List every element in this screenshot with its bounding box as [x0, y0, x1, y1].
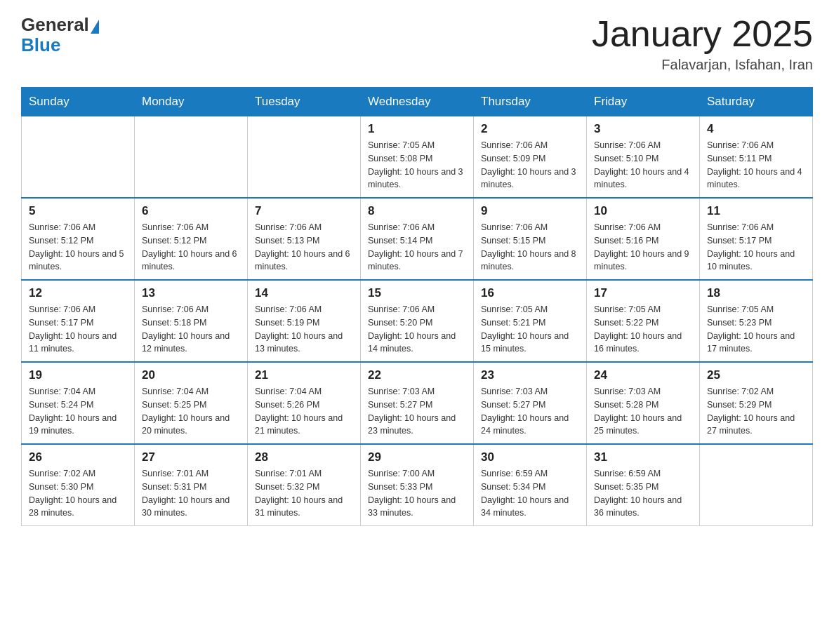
day-number: 23: [481, 368, 579, 382]
calendar-cell: 31Sunrise: 6:59 AMSunset: 5:35 PMDayligh…: [587, 444, 700, 526]
location-text: Falavarjan, Isfahan, Iran: [592, 57, 813, 73]
day-number: 14: [255, 286, 353, 300]
day-number: 25: [707, 368, 805, 382]
logo-general-text: General: [21, 14, 89, 36]
day-info: Sunrise: 7:03 AMSunset: 5:28 PMDaylight:…: [594, 385, 692, 438]
calendar-cell: 28Sunrise: 7:01 AMSunset: 5:32 PMDayligh…: [248, 444, 361, 526]
day-number: 5: [29, 204, 127, 218]
title-block: January 2025 Falavarjan, Isfahan, Iran: [592, 14, 813, 73]
day-number: 26: [29, 450, 127, 464]
day-info: Sunrise: 7:05 AMSunset: 5:08 PMDaylight:…: [368, 139, 466, 192]
calendar-cell: 29Sunrise: 7:00 AMSunset: 5:33 PMDayligh…: [361, 444, 474, 526]
calendar-cell: 30Sunrise: 6:59 AMSunset: 5:34 PMDayligh…: [474, 444, 587, 526]
day-info: Sunrise: 7:06 AMSunset: 5:16 PMDaylight:…: [594, 221, 692, 274]
calendar-week-row: 19Sunrise: 7:04 AMSunset: 5:24 PMDayligh…: [22, 362, 813, 444]
calendar-cell: 24Sunrise: 7:03 AMSunset: 5:28 PMDayligh…: [587, 362, 700, 444]
day-number: 15: [368, 286, 466, 300]
day-info: Sunrise: 6:59 AMSunset: 5:34 PMDaylight:…: [481, 467, 579, 520]
day-number: 16: [481, 286, 579, 300]
calendar-week-row: 26Sunrise: 7:02 AMSunset: 5:30 PMDayligh…: [22, 444, 813, 526]
calendar-cell: 11Sunrise: 7:06 AMSunset: 5:17 PMDayligh…: [700, 198, 813, 280]
logo-blue-text: Blue: [21, 36, 60, 54]
month-title: January 2025: [592, 14, 813, 54]
logo-triangle-icon: [91, 20, 99, 34]
day-info: Sunrise: 7:06 AMSunset: 5:20 PMDaylight:…: [368, 303, 466, 356]
day-number: 8: [368, 204, 466, 218]
day-info: Sunrise: 7:03 AMSunset: 5:27 PMDaylight:…: [368, 385, 466, 438]
day-number: 2: [481, 122, 579, 136]
day-number: 30: [481, 450, 579, 464]
weekday-header-thursday: Thursday: [474, 88, 587, 116]
calendar-body: 1Sunrise: 7:05 AMSunset: 5:08 PMDaylight…: [22, 116, 813, 526]
calendar-cell: 1Sunrise: 7:05 AMSunset: 5:08 PMDaylight…: [361, 116, 474, 199]
day-number: 17: [594, 286, 692, 300]
page-header: General Blue January 2025 Falavarjan, Is…: [21, 14, 813, 73]
calendar-cell: [248, 116, 361, 199]
day-number: 3: [594, 122, 692, 136]
day-info: Sunrise: 7:06 AMSunset: 5:12 PMDaylight:…: [142, 221, 240, 274]
day-number: 9: [481, 204, 579, 218]
calendar-cell: 13Sunrise: 7:06 AMSunset: 5:18 PMDayligh…: [135, 280, 248, 362]
calendar-cell: 22Sunrise: 7:03 AMSunset: 5:27 PMDayligh…: [361, 362, 474, 444]
day-info: Sunrise: 7:02 AMSunset: 5:29 PMDaylight:…: [707, 385, 805, 438]
day-info: Sunrise: 7:06 AMSunset: 5:14 PMDaylight:…: [368, 221, 466, 274]
day-info: Sunrise: 7:06 AMSunset: 5:19 PMDaylight:…: [255, 303, 353, 356]
calendar-cell: 2Sunrise: 7:06 AMSunset: 5:09 PMDaylight…: [474, 116, 587, 199]
day-info: Sunrise: 7:06 AMSunset: 5:13 PMDaylight:…: [255, 221, 353, 274]
calendar-cell: 25Sunrise: 7:02 AMSunset: 5:29 PMDayligh…: [700, 362, 813, 444]
weekday-header-saturday: Saturday: [700, 88, 813, 116]
day-info: Sunrise: 7:04 AMSunset: 5:26 PMDaylight:…: [255, 385, 353, 438]
day-number: 31: [594, 450, 692, 464]
calendar-week-row: 1Sunrise: 7:05 AMSunset: 5:08 PMDaylight…: [22, 116, 813, 199]
calendar-table: SundayMondayTuesdayWednesdayThursdayFrid…: [21, 87, 813, 526]
day-info: Sunrise: 7:05 AMSunset: 5:21 PMDaylight:…: [481, 303, 579, 356]
day-info: Sunrise: 7:06 AMSunset: 5:17 PMDaylight:…: [29, 303, 127, 356]
day-number: 29: [368, 450, 466, 464]
weekday-header-wednesday: Wednesday: [361, 88, 474, 116]
calendar-cell: 12Sunrise: 7:06 AMSunset: 5:17 PMDayligh…: [22, 280, 135, 362]
day-info: Sunrise: 7:06 AMSunset: 5:11 PMDaylight:…: [707, 139, 805, 192]
calendar-cell: 3Sunrise: 7:06 AMSunset: 5:10 PMDaylight…: [587, 116, 700, 199]
day-number: 24: [594, 368, 692, 382]
calendar-cell: 5Sunrise: 7:06 AMSunset: 5:12 PMDaylight…: [22, 198, 135, 280]
day-number: 28: [255, 450, 353, 464]
calendar-cell: 20Sunrise: 7:04 AMSunset: 5:25 PMDayligh…: [135, 362, 248, 444]
day-info: Sunrise: 7:05 AMSunset: 5:23 PMDaylight:…: [707, 303, 805, 356]
calendar-cell: 8Sunrise: 7:06 AMSunset: 5:14 PMDaylight…: [361, 198, 474, 280]
calendar-week-row: 12Sunrise: 7:06 AMSunset: 5:17 PMDayligh…: [22, 280, 813, 362]
calendar-cell: 10Sunrise: 7:06 AMSunset: 5:16 PMDayligh…: [587, 198, 700, 280]
day-info: Sunrise: 7:00 AMSunset: 5:33 PMDaylight:…: [368, 467, 466, 520]
day-info: Sunrise: 7:04 AMSunset: 5:24 PMDaylight:…: [29, 385, 127, 438]
calendar-cell: 19Sunrise: 7:04 AMSunset: 5:24 PMDayligh…: [22, 362, 135, 444]
day-number: 4: [707, 122, 805, 136]
day-number: 20: [142, 368, 240, 382]
day-number: 11: [707, 204, 805, 218]
calendar-cell: 27Sunrise: 7:01 AMSunset: 5:31 PMDayligh…: [135, 444, 248, 526]
calendar-cell: 14Sunrise: 7:06 AMSunset: 5:19 PMDayligh…: [248, 280, 361, 362]
weekday-header-friday: Friday: [587, 88, 700, 116]
day-info: Sunrise: 7:06 AMSunset: 5:10 PMDaylight:…: [594, 139, 692, 192]
calendar-cell: 7Sunrise: 7:06 AMSunset: 5:13 PMDaylight…: [248, 198, 361, 280]
calendar-cell: 4Sunrise: 7:06 AMSunset: 5:11 PMDaylight…: [700, 116, 813, 199]
calendar-cell: 21Sunrise: 7:04 AMSunset: 5:26 PMDayligh…: [248, 362, 361, 444]
day-info: Sunrise: 7:06 AMSunset: 5:17 PMDaylight:…: [707, 221, 805, 274]
day-info: Sunrise: 7:02 AMSunset: 5:30 PMDaylight:…: [29, 467, 127, 520]
calendar-cell: 6Sunrise: 7:06 AMSunset: 5:12 PMDaylight…: [135, 198, 248, 280]
weekday-header-row: SundayMondayTuesdayWednesdayThursdayFrid…: [22, 88, 813, 116]
calendar-cell: [135, 116, 248, 199]
weekday-header-sunday: Sunday: [22, 88, 135, 116]
day-number: 27: [142, 450, 240, 464]
day-info: Sunrise: 7:06 AMSunset: 5:09 PMDaylight:…: [481, 139, 579, 192]
day-number: 19: [29, 368, 127, 382]
day-info: Sunrise: 7:03 AMSunset: 5:27 PMDaylight:…: [481, 385, 579, 438]
day-number: 1: [368, 122, 466, 136]
calendar-cell: 16Sunrise: 7:05 AMSunset: 5:21 PMDayligh…: [474, 280, 587, 362]
day-number: 7: [255, 204, 353, 218]
day-number: 12: [29, 286, 127, 300]
day-info: Sunrise: 6:59 AMSunset: 5:35 PMDaylight:…: [594, 467, 692, 520]
day-number: 21: [255, 368, 353, 382]
day-info: Sunrise: 7:01 AMSunset: 5:31 PMDaylight:…: [142, 467, 240, 520]
calendar-cell: 26Sunrise: 7:02 AMSunset: 5:30 PMDayligh…: [22, 444, 135, 526]
calendar-cell: [22, 116, 135, 199]
calendar-cell: 18Sunrise: 7:05 AMSunset: 5:23 PMDayligh…: [700, 280, 813, 362]
